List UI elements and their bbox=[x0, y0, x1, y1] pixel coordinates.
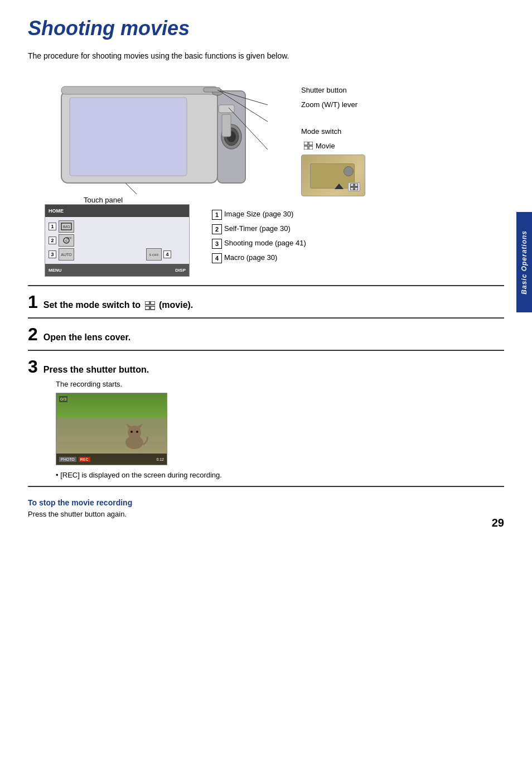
svg-rect-33 bbox=[151, 306, 155, 310]
panel-icon-row-4: S OFF 4 bbox=[146, 248, 171, 261]
svg-text:AUTO: AUTO bbox=[61, 253, 72, 257]
step-2-section: 2 Open the lens cover. bbox=[28, 325, 504, 343]
svg-point-38 bbox=[130, 431, 133, 433]
svg-rect-32 bbox=[145, 306, 149, 310]
panel-icon-row-1: 1 IMG bbox=[49, 220, 74, 233]
step-3-title: Press the shutter button. bbox=[43, 365, 149, 375]
callout-2: 2 bbox=[212, 224, 222, 234]
step-3-section: 3 Press the shutter button. The recordin… bbox=[28, 358, 504, 479]
movie-mode-icon-step1 bbox=[145, 301, 155, 310]
step-3-number: 3 bbox=[28, 358, 38, 375]
callout-1: 1 bbox=[212, 210, 222, 220]
panel-num-2: 2 bbox=[49, 237, 56, 244]
panel-num-4: 4 bbox=[163, 250, 171, 258]
callout-4: 4 bbox=[212, 253, 222, 263]
panel-icon-3: AUTO bbox=[59, 248, 74, 261]
panel-icon-1: IMG bbox=[59, 220, 74, 233]
rec-overlay-bottom: PHOTO REC 0:12 bbox=[56, 454, 167, 465]
rec-counter: 0/3 bbox=[59, 396, 67, 402]
camera-labels-group: Shutter button Zoom (W/T) lever Mode swi… bbox=[301, 74, 424, 196]
image-size-icon: IMG bbox=[61, 222, 72, 231]
panel-item-label-2: Self-Timer (page 30) bbox=[224, 224, 291, 233]
svg-rect-15 bbox=[304, 142, 308, 145]
svg-text:S OFF: S OFF bbox=[149, 253, 159, 257]
touch-panel-ui: HOME 1 IMG bbox=[45, 204, 190, 277]
touch-panel-section: HOME 1 IMG bbox=[28, 204, 504, 277]
step-2-header: 2 Open the lens cover. bbox=[28, 325, 504, 343]
mode-switch-image bbox=[301, 155, 365, 196]
panel-num-1: 1 bbox=[49, 223, 56, 230]
step-1-title: Set the mode switch to (movie). bbox=[43, 300, 194, 310]
svg-rect-3 bbox=[61, 86, 217, 94]
svg-rect-1 bbox=[70, 98, 187, 176]
svg-rect-30 bbox=[145, 301, 149, 305]
mode-movie-text: Movie bbox=[316, 142, 335, 150]
svg-point-35 bbox=[128, 426, 141, 439]
mode-switch-icon-small bbox=[350, 184, 358, 190]
photo-badge: PHOTO bbox=[59, 457, 76, 462]
panel-list-item-3: 3 Shooting mode (page 41) bbox=[212, 239, 504, 249]
step-1-header: 1 Set the mode switch to (movie). bbox=[28, 293, 504, 311]
mode-switch-label: Mode switch bbox=[301, 127, 424, 137]
self-timer-icon: S OFF bbox=[61, 236, 72, 245]
cat-silhouette bbox=[119, 421, 150, 454]
panel-top-bar: HOME bbox=[45, 205, 189, 217]
mode-switch-group: Mode switch Movie bbox=[301, 127, 424, 196]
sidebar-tab-label: Basic Operations bbox=[520, 230, 528, 295]
mode-movie-label: Movie bbox=[304, 142, 424, 150]
cat-svg bbox=[119, 421, 150, 452]
svg-text:IMG: IMG bbox=[62, 225, 70, 229]
panel-disp-text: DISP bbox=[175, 268, 186, 273]
sidebar-tab: Basic Operations bbox=[516, 212, 532, 312]
divider-1 bbox=[28, 285, 504, 286]
sub-section-title: To stop the movie recording bbox=[28, 498, 504, 507]
step-1-number: 1 bbox=[28, 293, 38, 311]
camera-illustration bbox=[28, 74, 290, 202]
movie-mode-icon bbox=[304, 142, 313, 150]
step-1-section: 1 Set the mode switch to (movie). bbox=[28, 293, 504, 311]
svg-rect-16 bbox=[309, 142, 313, 145]
svg-text:OFF: OFF bbox=[66, 237, 72, 240]
recording-screenshot: 0/3 PHOTO REC 0:12 bbox=[56, 393, 167, 465]
step-2-number: 2 bbox=[28, 325, 38, 343]
panel-item-label-4: Macro (page 30) bbox=[224, 253, 277, 262]
intro-text: The procedure for shooting movies using … bbox=[28, 51, 504, 60]
svg-rect-17 bbox=[304, 146, 308, 150]
svg-rect-18 bbox=[309, 146, 313, 150]
shoot-mode-icon: AUTO bbox=[61, 250, 72, 259]
page-title: Shooting movies bbox=[28, 17, 504, 40]
sub-section: To stop the movie recording Press the sh… bbox=[28, 498, 504, 518]
rec-badge: REC bbox=[79, 457, 90, 462]
page-container: Basic Operations Shooting movies The pro… bbox=[0, 0, 532, 541]
sub-section-body: Press the shutter button again. bbox=[28, 510, 504, 518]
divider-2 bbox=[28, 317, 504, 319]
panel-list-item-1: 1 Image Size (page 30) bbox=[212, 210, 504, 220]
svg-rect-10 bbox=[222, 114, 231, 137]
camera-diagram-section: Touch panel Shutter button Zoom (W/T) le… bbox=[28, 74, 504, 204]
camera-svg-area: Touch panel bbox=[28, 74, 301, 204]
panel-home-text: HOME bbox=[49, 208, 64, 214]
panel-list-item-2: 2 Self-Timer (page 30) bbox=[212, 224, 504, 234]
svg-rect-31 bbox=[151, 301, 155, 305]
panel-left-icons: 1 IMG 2 bbox=[49, 220, 74, 261]
touch-panel-ui-container: HOME 1 IMG bbox=[28, 204, 195, 277]
divider-4 bbox=[28, 486, 504, 487]
svg-rect-19 bbox=[350, 184, 354, 186]
panel-bottom-bar: MENU DISP bbox=[45, 264, 189, 276]
svg-rect-21 bbox=[350, 187, 354, 190]
svg-rect-20 bbox=[355, 184, 358, 186]
panel-icon-4: S OFF bbox=[146, 248, 162, 261]
step-3-body: The recording starts. bbox=[56, 380, 504, 479]
panel-items-list: 1 Image Size (page 30) 2 Self-Timer (pag… bbox=[212, 204, 504, 268]
panel-item-label-1: Image Size (page 30) bbox=[224, 210, 293, 218]
macro-icon: S OFF bbox=[148, 250, 159, 259]
shutter-label: Shutter button bbox=[301, 85, 424, 95]
zoom-label: Zoom (W/T) lever bbox=[301, 100, 424, 110]
panel-icon-2: S OFF bbox=[59, 234, 74, 247]
step-2-title: Open the lens cover. bbox=[43, 332, 131, 343]
panel-item-label-3: Shooting mode (page 41) bbox=[224, 239, 306, 247]
page-number: 29 bbox=[492, 517, 504, 529]
divider-3 bbox=[28, 350, 504, 351]
step-1-title-text: Set the mode switch to bbox=[43, 300, 141, 310]
step-1-title-suffix: (movie). bbox=[159, 300, 193, 310]
